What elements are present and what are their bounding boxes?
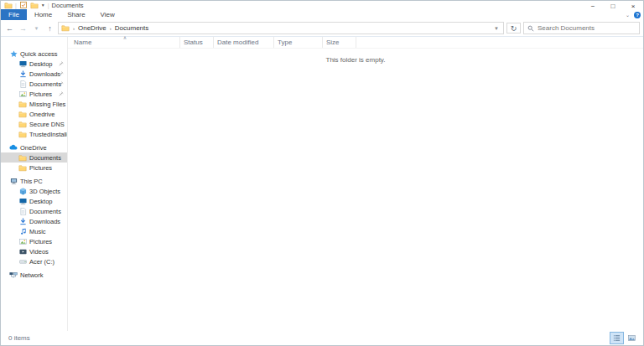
file-explorer-window: | ▼ | Documents − □ × FileHomeShareView … bbox=[0, 0, 644, 346]
back-button[interactable]: ← bbox=[4, 23, 15, 34]
forward-button[interactable]: → bbox=[18, 23, 29, 34]
sidebar-item-quick-access-onedrive[interactable]: Onedrive bbox=[1, 109, 67, 119]
details-view-button[interactable] bbox=[610, 333, 623, 343]
qat-customize-chevron-icon[interactable]: ▼ bbox=[41, 3, 45, 8]
column-header-status[interactable]: Status bbox=[180, 37, 214, 48]
sidebar-item-label: Documents bbox=[29, 80, 61, 88]
help-icon[interactable]: ? bbox=[634, 12, 641, 18]
sidebar-item-quick-access[interactable]: Quick access bbox=[1, 49, 67, 59]
sidebar-item-quick-access-pictures[interactable]: Pictures bbox=[1, 89, 67, 99]
monitor-icon bbox=[18, 198, 27, 205]
column-headers: Name∧StatusDate modifiedTypeSize bbox=[68, 37, 643, 49]
network-icon bbox=[9, 271, 18, 279]
column-header-label: Date modified bbox=[217, 39, 258, 46]
picture-icon bbox=[18, 90, 27, 98]
sidebar-item-onedrive-pictures[interactable]: Pictures bbox=[1, 163, 67, 173]
column-header-name[interactable]: Name∧ bbox=[70, 37, 180, 48]
column-header-type[interactable]: Type bbox=[274, 37, 323, 48]
sidebar-item-this-pc-videos[interactable]: Videos bbox=[1, 246, 67, 256]
sidebar-item-quick-access-trustedinstaller[interactable]: TrustedInstaller bbox=[1, 129, 67, 139]
search-input[interactable] bbox=[538, 24, 636, 32]
recent-locations-chevron-icon[interactable]: ▼ bbox=[31, 23, 42, 34]
address-dropdown-chevron-icon[interactable]: ▼ bbox=[491, 26, 501, 31]
sidebar-item-quick-access-downloads[interactable]: Downloads bbox=[1, 69, 67, 79]
column-header-size[interactable]: Size bbox=[323, 37, 356, 48]
folder-icon bbox=[18, 111, 27, 118]
sidebar-item-quick-access-missing-files-screen[interactable]: Missing Files Screen bbox=[1, 99, 67, 109]
qat-separator: | bbox=[48, 3, 49, 8]
column-header-label: Type bbox=[278, 39, 292, 46]
breadcrumb-segment-documents[interactable]: Documents bbox=[115, 24, 148, 32]
properties-icon[interactable] bbox=[19, 2, 28, 8]
sidebar-item-label: Secure DNS bbox=[29, 121, 65, 128]
monitor-icon bbox=[18, 60, 27, 68]
new-folder-icon[interactable] bbox=[30, 2, 39, 9]
picture-icon bbox=[18, 238, 27, 245]
folder-icon bbox=[18, 121, 27, 128]
sidebar-item-quick-access-desktop[interactable]: Desktop bbox=[1, 59, 67, 69]
sidebar-item-quick-access-secure-dns[interactable]: Secure DNS bbox=[1, 119, 67, 129]
status-bar: 0 items bbox=[1, 331, 643, 345]
video-icon bbox=[18, 248, 27, 256]
sidebar-section-this-pc: This PC3D ObjectsDesktopDocumentsDownloa… bbox=[1, 176, 67, 266]
folder-icon bbox=[18, 164, 27, 172]
sidebar-item-label: Downloads bbox=[29, 218, 60, 225]
up-button[interactable]: ↑ bbox=[44, 23, 55, 34]
address-bar[interactable]: ›OneDrive›Documents ▼ bbox=[58, 22, 504, 34]
thumbnails-view-icon bbox=[628, 334, 636, 342]
breadcrumb-chevron-icon[interactable]: › bbox=[73, 26, 75, 31]
sidebar-item-this-pc-documents[interactable]: Documents bbox=[1, 206, 67, 216]
column-header-date-modified[interactable]: Date modified bbox=[214, 37, 274, 48]
refresh-button[interactable]: ↻ bbox=[506, 23, 521, 34]
sidebar-item-onedrive-documents[interactable]: Documents bbox=[1, 152, 67, 163]
sidebar-item-label: Documents bbox=[29, 154, 61, 162]
column-header-label: Name bbox=[74, 39, 91, 46]
cube-icon bbox=[18, 188, 27, 195]
column-header-label: Size bbox=[326, 39, 340, 46]
sidebar-section-quick-access: Quick accessDesktopDownloadsDocumentsPic… bbox=[1, 49, 67, 139]
search-box[interactable] bbox=[523, 22, 640, 34]
sidebar-item-label: Documents bbox=[29, 208, 61, 215]
ribbon-tab-share[interactable]: Share bbox=[60, 9, 92, 20]
explorer-body: Quick accessDesktopDownloadsDocumentsPic… bbox=[1, 37, 643, 331]
document-icon bbox=[18, 80, 27, 88]
download-icon bbox=[18, 70, 27, 78]
download-icon bbox=[18, 218, 27, 225]
sidebar-item-this-pc-music[interactable]: Music bbox=[1, 226, 67, 236]
sidebar-item-quick-access-documents[interactable]: Documents bbox=[1, 79, 67, 89]
sidebar-item-this-pc-downloads[interactable]: Downloads bbox=[1, 216, 67, 226]
sidebar-item-network[interactable]: Network bbox=[1, 270, 67, 280]
sidebar-item-label: Acer (C:) bbox=[29, 258, 55, 266]
sidebar-item-label: OneDrive bbox=[20, 144, 47, 152]
sidebar-item-this-pc[interactable]: This PC bbox=[1, 176, 67, 186]
details-view-icon bbox=[613, 334, 621, 342]
window-title: Documents bbox=[52, 2, 84, 9]
sidebar-item-this-pc-pictures[interactable]: Pictures bbox=[1, 236, 67, 246]
ribbon-tab-home[interactable]: Home bbox=[27, 9, 60, 20]
sort-ascending-icon: ∧ bbox=[123, 34, 127, 40]
sidebar-item-onedrive[interactable]: OneDrive bbox=[1, 142, 67, 152]
sidebar-item-this-pc-acer-c[interactable]: Acer (C:) bbox=[1, 256, 67, 266]
breadcrumb-segment-onedrive[interactable]: OneDrive bbox=[78, 24, 106, 32]
breadcrumb-chevron-icon[interactable]: › bbox=[110, 26, 112, 31]
sidebar-item-this-pc-3d-objects[interactable]: 3D Objects bbox=[1, 186, 67, 196]
sidebar-item-this-pc-desktop[interactable]: Desktop bbox=[1, 196, 67, 206]
qat-separator: | bbox=[15, 3, 17, 8]
star-icon bbox=[9, 50, 18, 58]
ribbon-right-controls: ⌄ ? bbox=[626, 9, 641, 20]
ribbon-tab-file[interactable]: File bbox=[1, 9, 27, 20]
column-header-label: Status bbox=[184, 39, 203, 46]
sidebar-item-label: Music bbox=[29, 228, 46, 235]
thumbnails-view-button[interactable] bbox=[626, 333, 638, 343]
sidebar-item-label: TrustedInstaller bbox=[29, 131, 68, 138]
search-icon bbox=[527, 25, 535, 32]
sidebar-item-label: Pictures bbox=[29, 164, 52, 172]
item-count: 0 items bbox=[8, 334, 30, 342]
expand-ribbon-chevron-icon[interactable]: ⌄ bbox=[626, 12, 630, 18]
document-icon bbox=[18, 208, 27, 215]
disk-icon bbox=[18, 258, 27, 266]
ribbon-tab-view[interactable]: View bbox=[93, 9, 122, 20]
music-icon bbox=[18, 228, 27, 235]
pin-icon bbox=[59, 80, 64, 88]
sidebar-item-label: Onedrive bbox=[29, 111, 55, 118]
